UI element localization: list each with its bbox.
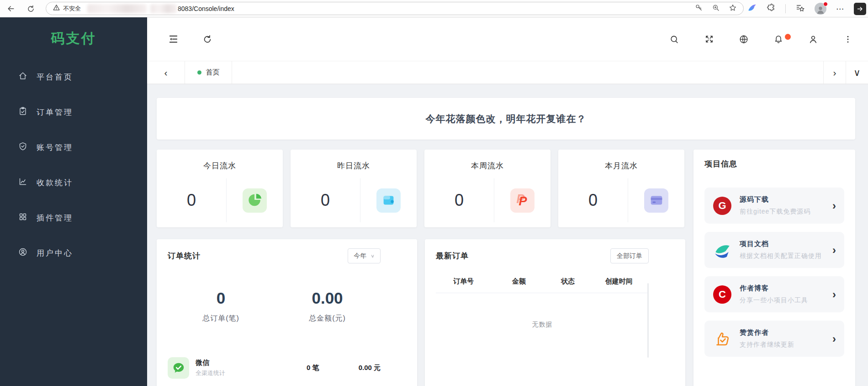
tab-home[interactable]: 首页 [185,61,232,84]
sidebar-item-plugins[interactable]: 插件管理 [0,200,147,236]
refresh-page-icon[interactable] [202,34,213,45]
fullscreen-icon[interactable] [704,34,715,45]
tabs-dropdown-icon[interactable]: ∨ [846,61,868,84]
pie-icon [243,188,267,213]
security-label: 不安全 [63,5,81,13]
project-item-title: 作者博客 [740,284,825,293]
caret-down-icon: ∨ [370,253,375,258]
stat-card-yesterday: 昨日流水 0 [291,150,417,227]
active-tab-dot [197,70,201,75]
tabs-scroll-left-icon[interactable]: ‹ [147,61,185,84]
sidebar-toggle-icon[interactable] [854,3,866,15]
sidebar-item-orders[interactable]: 订单管理 [0,95,147,130]
address-bar[interactable]: 不安全 8083/Console/index [46,2,744,15]
browser-profile-avatar[interactable] [815,3,826,15]
orders-table-header: 订单号 金额 状态 创建时间 [436,277,649,293]
user-icon [18,247,27,259]
total-orders-label: 总订单(笔) [168,314,274,323]
stat-value: 0 [558,191,628,210]
date-range-select[interactable]: 今年 ∨ [348,248,381,263]
stat-card-today: 今日流水 0 [157,150,283,227]
browser-back-icon[interactable] [5,3,16,14]
card-icon [644,188,668,213]
project-info-title: 项目信息 [704,160,737,168]
stat-card-week: 本周流水 0 PP [424,150,550,227]
tab-label: 首页 [206,68,220,77]
csdn-logo-icon: C [713,285,732,304]
browser-refresh-icon[interactable] [25,3,36,14]
stat-value: 0 [291,191,360,210]
plugin-icon [18,212,27,224]
channel-row-wechat: 微信 全渠道统计 0 笔 0.00 元 [168,357,381,379]
thumbs-up-icon [713,329,732,348]
project-item-desc: 根据文档相关配置正确使用 [740,251,825,260]
extension-bird-icon[interactable] [747,3,757,15]
order-stats-panel: 订单统计 今年 ∨ 0 总订单(笔) [157,239,417,386]
chevron-right-icon: › [832,199,836,212]
wechat-icon [168,357,189,379]
order-stats-title: 订单统计 [168,251,201,261]
order-icon [18,107,27,118]
channel-amount: 0.00 元 [359,364,381,372]
table-scrollbar[interactable] [647,283,649,358]
notification-bell-icon[interactable] [773,34,784,45]
date-range-value: 今年 [354,252,366,260]
home-icon [18,71,27,83]
sidebar-item-accounts[interactable]: 账号管理 [0,130,147,165]
latest-orders-panel: 最新订单 全部订单 订单号 金额 状态 创建时间 无数据 [425,239,685,386]
sidebar-item-label: 用户中心 [37,248,73,258]
tabbar-spacer [232,61,823,84]
all-orders-button[interactable]: 全部订单 [610,248,649,263]
sidebar-item-label: 收款统计 [37,177,73,188]
tabs-scroll-right-icon[interactable]: › [823,61,846,84]
page-content: 今年花落颜色改，明年花开复谁在？ 今日流水 0 [147,84,868,386]
tab-bar: ‹ 首页 › ∨ [147,61,868,84]
language-globe-icon[interactable] [738,34,749,45]
url-path: 8083/Console/index [178,5,234,12]
search-icon[interactable] [669,34,680,45]
browser-menu-icon[interactable]: ⋯ [836,4,844,14]
stat-title: 今日流水 [157,161,283,171]
extensions-puzzle-icon[interactable] [767,3,776,14]
zoom-in-icon[interactable] [712,4,720,14]
channel-count: 0 笔 [307,364,319,372]
project-item-author-blog[interactable]: C 作者博客 分享一些小项目小工具 › [704,276,844,312]
project-item-source-download[interactable]: G 源码下载 前往gitee下载免费源码 › [704,188,844,224]
total-amount-value: 0.00 [274,289,381,307]
favorites-list-icon[interactable] [795,3,805,15]
latest-orders-title: 最新订单 [436,251,469,261]
channel-desc: 全渠道统计 [196,369,225,377]
favorite-star-icon[interactable] [729,4,737,14]
project-item-title: 赞赏作者 [740,328,825,337]
chevron-right-icon: › [832,244,836,257]
app-toolbar [147,17,868,61]
project-item-desc: 支持作者继续更新 [740,340,825,349]
project-item-docs[interactable]: 项目文档 根据文档相关配置正确使用 › [704,232,844,268]
collapse-menu-icon[interactable] [168,34,179,45]
notification-dot [785,34,791,40]
sidebar-item-home[interactable]: 平台首页 [0,59,147,95]
project-item-desc: 前往gitee下载免费源码 [740,207,825,216]
stat-cards-row: 今日流水 0 [157,150,685,227]
sidebar-item-statistics[interactable]: 收款统计 [0,165,147,200]
stat-title: 本周流水 [424,161,550,171]
total-amount-label: 总金额(元) [274,314,381,323]
profile-icon[interactable] [808,34,819,45]
paypal-icon: PP [510,188,535,213]
sidebar-item-label: 插件管理 [37,213,73,223]
redacted-url-segment [150,4,177,13]
stat-card-month: 本月流水 0 [558,150,684,227]
shield-icon [18,142,27,153]
project-item-reward-author[interactable]: 赞赏作者 支持作者继续更新 › [704,321,844,357]
wallet-icon [376,188,401,213]
password-key-icon[interactable] [695,4,703,14]
daily-quote-card: 今年花落颜色改，明年花开复谁在？ [157,98,855,139]
stat-value: 0 [424,191,494,210]
sidebar-item-label: 订单管理 [37,107,73,118]
more-menu-icon[interactable] [842,34,853,45]
stat-title: 本月流水 [558,161,684,171]
project-item-desc: 分享一些小项目小工具 [740,295,825,305]
sidebar-item-user-center[interactable]: 用户中心 [0,236,147,271]
stat-title: 昨日流水 [291,161,417,171]
browser-toolbar: 不安全 8083/Console/index [0,0,868,17]
